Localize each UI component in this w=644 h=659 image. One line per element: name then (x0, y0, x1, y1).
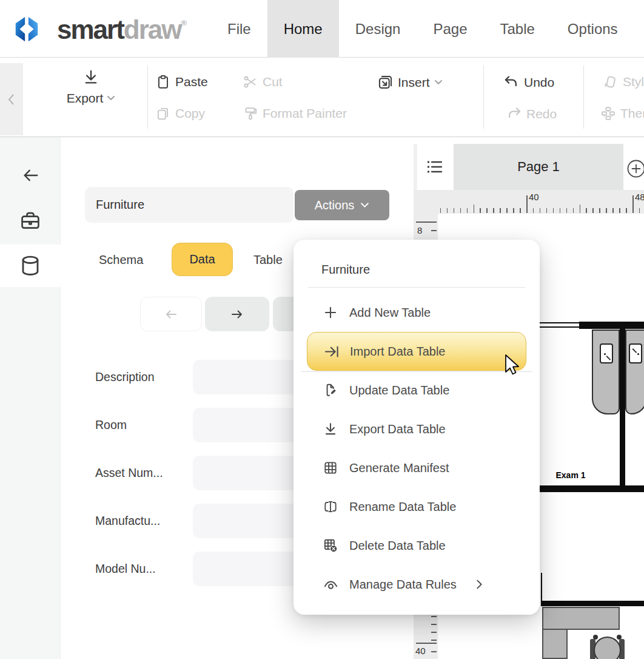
left-sidebar (0, 137, 61, 659)
actions-dropdown-menu: Furniture Add New TableImport Data Table… (293, 240, 540, 615)
style-button[interactable]: Style (603, 74, 644, 90)
sidebar-item-data[interactable] (0, 245, 61, 287)
page-list-button[interactable] (417, 144, 454, 190)
menu-item-import-data-table[interactable]: Import Data Table (307, 332, 526, 371)
h-ruler-label: 48 (635, 192, 644, 202)
grid-icon (321, 459, 340, 477)
toolbar-divider (583, 66, 584, 129)
toolbar-divider (147, 66, 148, 129)
actions-button[interactable]: Actions (295, 190, 389, 220)
ribbon-toolbar: Export Paste Cut Copy (0, 58, 644, 137)
menu-item-label: Add New Table (349, 306, 431, 320)
menu-item-options[interactable]: Options (551, 0, 634, 58)
floorplan-wall-top (579, 322, 644, 329)
insert-button[interactable]: Insert (377, 74, 443, 90)
page-tab-label: Page 1 (517, 159, 560, 175)
field-label: Description (95, 368, 155, 385)
room-label[interactable]: Exam 1 (546, 470, 595, 480)
smartdraw-logo-icon (13, 15, 41, 43)
table-search-input[interactable] (85, 187, 293, 223)
cut-label: Cut (263, 75, 283, 89)
menu-item-delete-data-table[interactable]: Delete Data Table (293, 526, 540, 565)
sidebar-item-toolbox[interactable] (0, 199, 61, 242)
menu-item-manage-data-rules[interactable]: Manage Data Rules (293, 565, 540, 604)
floorplan-wall-lower (541, 601, 644, 606)
menu-item-design[interactable]: Design (339, 0, 417, 58)
chevron-left-icon (6, 93, 17, 106)
plus-icon (321, 303, 340, 322)
menu-item-generate-manifest[interactable]: Generate Manifest (293, 448, 540, 487)
menu-item-home[interactable]: Home (267, 0, 339, 58)
redo-icon (506, 106, 522, 122)
page-list-icon (426, 158, 445, 176)
database-icon (18, 254, 42, 278)
exam-table-shape[interactable] (625, 330, 644, 414)
menu-item-file[interactable]: File (211, 0, 267, 58)
smartdraw-wordmark: smartdraw® (57, 15, 187, 45)
menu-item-update-data-table[interactable]: Update Data Table (293, 371, 540, 410)
insert-icon (377, 74, 394, 90)
format-painter-label: Format Painter (263, 106, 347, 121)
copy-button[interactable]: Copy (155, 106, 205, 121)
tab-table[interactable]: Table (253, 251, 283, 268)
eye-icon (321, 575, 340, 593)
menu-item-label: Rename Data Table (349, 500, 456, 514)
sidebar-back-button[interactable] (0, 154, 61, 197)
menu-item-export-data-table[interactable]: Export Data Table (293, 410, 540, 448)
tab-data[interactable]: Data (172, 243, 233, 276)
h-ruler-label: 40 (529, 192, 539, 202)
menu-item-rename-data-table[interactable]: Rename Data Table (293, 487, 540, 526)
export-button[interactable]: Export (59, 68, 122, 106)
office-chair-shape[interactable] (594, 637, 621, 659)
clipboard-icon (155, 74, 171, 90)
exam-table-shape[interactable] (592, 330, 620, 414)
export-icon (321, 420, 340, 438)
theme-button[interactable]: Theme (600, 106, 644, 121)
redo-button[interactable]: Redo (506, 106, 557, 122)
scissors-icon (243, 74, 258, 90)
actions-label: Actions (315, 198, 355, 212)
menu-item-label: Import Data Table (350, 345, 446, 359)
desk-shape[interactable] (542, 629, 568, 659)
undo-label: Undo (524, 75, 554, 90)
menu-item-page[interactable]: Page (417, 0, 483, 58)
main-menu: FileHomeDesignPageTableOptions (211, 0, 634, 58)
field-label: Model Nu... (95, 560, 156, 577)
paste-button[interactable]: Paste (155, 74, 208, 90)
collapse-panel-button[interactable] (0, 63, 23, 135)
record-next-button[interactable] (205, 297, 269, 331)
menu-item-label: Export Data Table (349, 422, 446, 436)
menu-title: Furniture (321, 262, 370, 277)
rename-icon (321, 498, 340, 516)
tab-schema[interactable]: Schema (99, 251, 143, 268)
v-ruler-label-40: 40 (415, 646, 426, 656)
theme-label: Theme (620, 106, 644, 121)
chevron-down-icon (434, 79, 443, 86)
format-painter-button[interactable]: Format Painter (243, 106, 347, 121)
menu-divider (308, 287, 525, 288)
theme-icon (600, 106, 616, 121)
insert-label: Insert (398, 75, 430, 90)
desk-shape[interactable] (542, 607, 620, 630)
record-prev-button[interactable] (140, 297, 202, 331)
redo-label: Redo (526, 107, 557, 121)
menu-item-add-new-table[interactable]: Add New Table (293, 293, 540, 332)
exam-table-panel (600, 343, 613, 363)
brand-light: draw (124, 15, 181, 44)
back-arrow-icon (20, 166, 41, 184)
tab-page-1[interactable]: Page 1 (454, 144, 623, 190)
delete-icon (321, 536, 340, 555)
undo-button[interactable]: Undo (503, 74, 554, 90)
chevron-right-icon (472, 578, 486, 591)
menu-item-label: Delete Data Table (349, 539, 446, 553)
floorplan-wall-divider (620, 322, 625, 492)
add-page-button[interactable] (626, 158, 644, 179)
arrow-left-icon (162, 307, 180, 322)
cut-button[interactable]: Cut (243, 74, 283, 90)
field-label: Manufactu... (95, 512, 160, 529)
menu-item-table[interactable]: Table (483, 0, 551, 58)
plus-circle-icon (626, 158, 644, 179)
mouse-cursor (505, 354, 522, 379)
menu-item-label: Manage Data Rules (349, 578, 457, 592)
style-icon (603, 74, 619, 90)
